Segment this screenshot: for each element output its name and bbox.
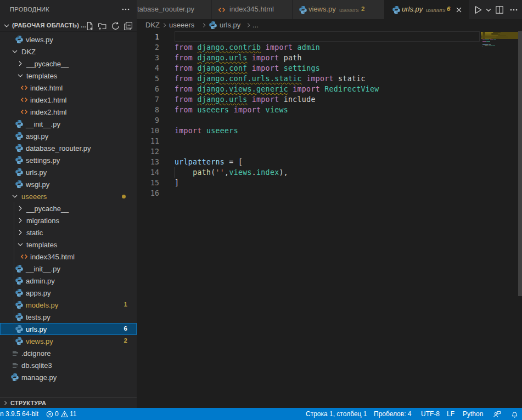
code-editor[interactable]: 12345678910111213141516 from django.cont… [137, 31, 522, 408]
chevron-right-icon [16, 228, 25, 237]
tree-folder-migrations[interactable]: migrations [0, 214, 137, 226]
tree-item-label: manage.py [21, 373, 57, 382]
tree-item-label: settings.py [26, 156, 60, 164]
tree-file-urls.py[interactable]: urls.py6 [0, 323, 137, 335]
tree-folder-dkz[interactable]: DKZ [0, 46, 137, 58]
tree-folder-templates[interactable]: templates [0, 239, 137, 251]
tree-file-tests.py[interactable]: tests.py [0, 311, 137, 323]
new-folder-icon[interactable] [98, 21, 107, 31]
code-line-3: from django.urls import path [175, 53, 302, 63]
tree-folder-static[interactable]: static [0, 226, 137, 239]
tree-file-index2.html[interactable]: index2.html [0, 106, 137, 118]
tree-file-wsgi.py[interactable]: wsgi.py [0, 178, 137, 190]
tree-item-label: asgi.py [26, 132, 48, 140]
new-file-icon[interactable] [85, 21, 94, 31]
tree-file-admin.py[interactable]: admin.py [0, 275, 137, 287]
language-mode[interactable]: Python [463, 410, 483, 418]
line-number: 7 [137, 94, 159, 105]
warning-icon[interactable] [60, 410, 69, 418]
close-icon[interactable] [454, 5, 463, 14]
refresh-icon[interactable] [111, 21, 120, 31]
split-editor-icon[interactable] [495, 5, 504, 15]
tree-file-settings.py[interactable]: settings.py [0, 154, 137, 166]
line-number: 8 [137, 105, 159, 115]
chevron-right-icon [161, 21, 169, 29]
tree-file-apps.py[interactable]: apps.py [0, 287, 137, 299]
status-item[interactable]: n 3.9.5 64-bit [0, 410, 38, 418]
html-file-icon [217, 5, 226, 14]
bell-icon[interactable] [510, 410, 519, 418]
encoding[interactable]: UTF-8 [421, 410, 440, 418]
python-file-icon [15, 120, 24, 128]
tab-views.py[interactable]: views.pyuseeers2 [293, 0, 384, 19]
minimap-code-mark [492, 46, 495, 47]
tab-tabase-roouter.py[interactable]: tabase_roouter.py [137, 0, 211, 19]
breadcrumb-item[interactable]: urls.py [220, 21, 240, 29]
minimap-code-mark [489, 46, 492, 47]
tree-file-index.html[interactable]: index.html [0, 82, 137, 94]
collapse-all-icon[interactable] [124, 21, 133, 31]
line-number: 9 [137, 115, 159, 126]
tree-file-urls.py[interactable]: urls.py [0, 166, 137, 178]
scrollbar-slider[interactable] [518, 31, 522, 296]
breadcrumb-item[interactable]: useeers [169, 21, 194, 29]
more-actions-icon[interactable] [120, 4, 132, 14]
python-file-icon [15, 168, 24, 177]
chevron-down-icon [16, 240, 25, 249]
status-item[interactable]: 0 [55, 410, 59, 418]
tree-item-label: index1.html [30, 96, 66, 104]
tree-file-db.sqlite3[interactable]: db.sqlite3 [0, 359, 137, 371]
tab-label: tabase_roouter.py [137, 5, 194, 13]
tree-file--init-.py[interactable]: __init__.py [0, 263, 137, 275]
tree-file-index1.html[interactable]: index1.html [0, 94, 137, 106]
cursor-position[interactable]: Строка 1, столбец 1 [306, 410, 367, 418]
tab-label: index345.html [229, 5, 274, 13]
tree-file-views.py[interactable]: views.py [0, 33, 137, 46]
tree-file-asgi.py[interactable]: asgi.py [0, 130, 137, 142]
more-actions-icon[interactable] [509, 5, 519, 15]
minimap[interactable] [481, 31, 518, 408]
explorer-sidebar: ПРОВОДНИК (РАБОЧАЯ ОБЛАСТЬ) ... views.py… [0, 0, 137, 408]
tree-file-database-roouter.py[interactable]: database_roouter.py [0, 142, 137, 154]
tree-folder-templates[interactable]: templates [0, 70, 137, 82]
error-icon[interactable] [46, 410, 54, 418]
tree-indent-guide [14, 202, 14, 347]
tab-description: useeers [426, 7, 445, 13]
tree-item-label: useeers [21, 192, 47, 201]
tree-file-.dcignore[interactable]: .dcignore [0, 347, 137, 359]
status-item[interactable]: 11 [70, 410, 76, 418]
tree-folder--pycache-[interactable]: __pycache__ [0, 58, 137, 70]
minimap-code-mark [482, 47, 483, 48]
chevron-down-icon [10, 47, 19, 56]
tree-item-label: database_roouter.py [26, 144, 91, 152]
html-file-icon [20, 95, 29, 104]
feedback-icon[interactable] [493, 410, 501, 418]
html-file-icon [20, 252, 29, 261]
tab-urls.py[interactable]: urls.pyuseeers6 [384, 0, 469, 19]
breadcrumb-item[interactable]: ... [252, 21, 259, 29]
tree-file-models.py[interactable]: models.py1 [0, 299, 137, 311]
python-file-icon [15, 144, 24, 152]
run-icon[interactable] [473, 5, 483, 15]
tree-file--init-.py[interactable]: __init__.py [0, 118, 137, 130]
eol[interactable]: LF [447, 410, 454, 418]
line-number: 16 [137, 188, 159, 198]
python-file-icon [15, 180, 24, 189]
tree-file-manage.py[interactable]: manage.py [0, 371, 137, 383]
chevron-down-icon [16, 71, 25, 80]
breadcrumb-item[interactable]: DKZ [145, 21, 160, 29]
outline-section-header[interactable]: СТРУКТУРА [0, 397, 137, 408]
tree-folder-useeers[interactable]: useeers [0, 190, 137, 202]
line-number: 1 [137, 32, 159, 42]
tree-file-views.py[interactable]: views.py2 [0, 335, 137, 347]
python-file-icon [209, 21, 217, 30]
tab-index345.html[interactable]: index345.html [212, 0, 292, 19]
tree-item-label: index2.html [30, 108, 66, 116]
run-dropdown-icon[interactable] [484, 5, 493, 15]
indentation[interactable]: Пробелов: 4 [374, 410, 412, 418]
python-file-icon [15, 313, 24, 321]
tree-file-index345.html[interactable]: index345.html [0, 251, 137, 263]
tree-folder--pycache-[interactable]: __pycache__ [0, 202, 137, 214]
html-file-icon [20, 107, 29, 116]
tree-item-label: templates [26, 72, 57, 80]
